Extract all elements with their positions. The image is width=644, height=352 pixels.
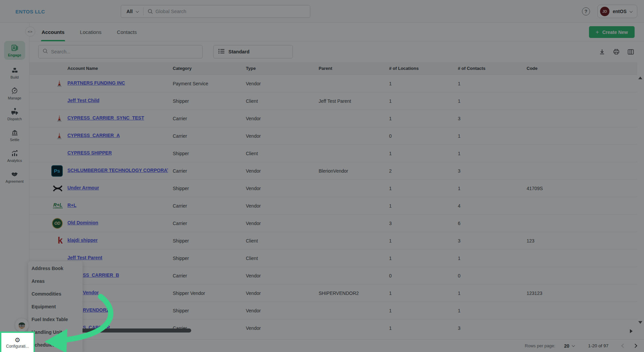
app-root: ENTOS LLC All ? JD entOS <> AccountsL: [0, 0, 644, 352]
sidebar-item-configuration[interactable]: ⚙ Configurati...: [1, 333, 34, 352]
configuration-highlight: ⚙ Configurati...: [0, 332, 35, 352]
gear-icon: ⚙: [14, 337, 20, 343]
configuration-label: Configurati...: [6, 344, 29, 349]
tour-dim-overlay: [0, 0, 644, 352]
